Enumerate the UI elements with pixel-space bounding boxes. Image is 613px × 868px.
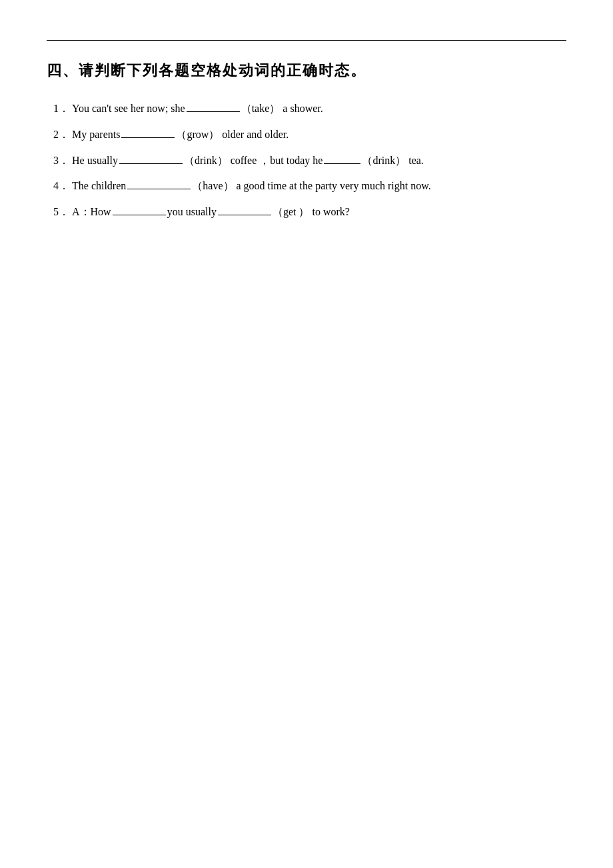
question-4-blank-1[interactable] [127, 177, 191, 189]
question-1-text-after: （take） a shower. [241, 99, 323, 119]
question-2-text-before: My parents [72, 125, 120, 145]
question-2-number: 2． [53, 125, 69, 145]
question-3-blank-1[interactable] [119, 152, 183, 164]
question-4: 4． The children （have） a good time at th… [53, 177, 566, 196]
question-4-text-after: （have） a good time at the party very muc… [192, 177, 430, 196]
top-divider [47, 40, 566, 41]
question-2-blank-1[interactable] [121, 126, 175, 138]
question-4-text-before: The children [72, 177, 126, 196]
question-3: 3． He usually （drink） coffee ，but today … [53, 151, 566, 171]
page: 四、请判断下列各题空格处动词的正确时态。 1． You can't see he… [0, 0, 613, 868]
question-4-number: 4． [53, 177, 69, 196]
question-3-text-2: （drink） coffee ，but today he [184, 151, 323, 171]
section-title: 四、请判断下列各题空格处动词的正确时态。 [47, 61, 566, 81]
question-3-text-1: He usually [72, 151, 118, 171]
question-5-number: 5． [53, 203, 69, 222]
question-5-blank-2[interactable] [218, 203, 271, 215]
question-5: 5． A：How you usually （get ） to work? [53, 203, 566, 222]
question-1: 1． You can't see her now; she （take） a s… [53, 99, 566, 119]
question-2-text-after: （grow） older and older. [176, 125, 289, 145]
question-1-blank-1[interactable] [187, 100, 240, 112]
questions-container: 1． You can't see her now; she （take） a s… [53, 99, 566, 222]
question-3-text-3: （drink） tea. [362, 151, 423, 171]
question-5-text-2: you usually [167, 203, 217, 222]
question-3-blank-2[interactable] [324, 152, 360, 164]
question-5-text-3: （get ） to work? [273, 203, 350, 222]
question-3-number: 3． [53, 151, 69, 171]
question-1-text-before: You can't see her now; she [72, 99, 185, 119]
question-1-number: 1． [53, 99, 69, 119]
question-2: 2． My parents （grow） older and older. [53, 125, 566, 145]
question-5-blank-1[interactable] [113, 203, 166, 215]
question-5-text-1: A：How [72, 203, 111, 222]
